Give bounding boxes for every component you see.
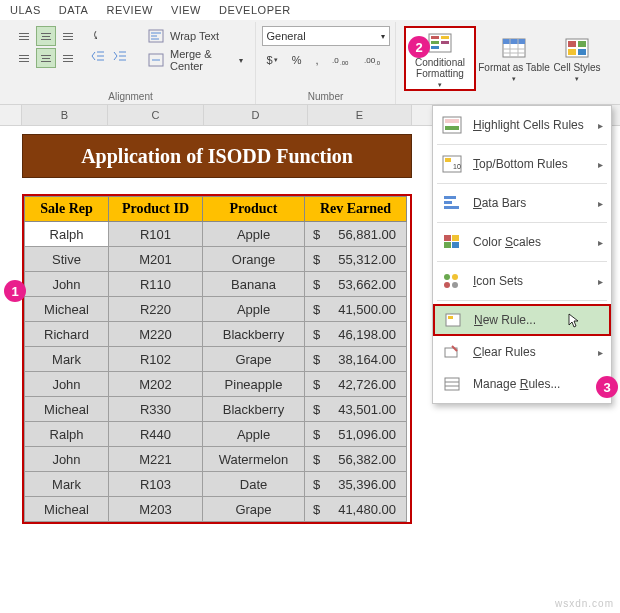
accounting-format-btn[interactable]: $▾ [262,50,283,70]
cell[interactable]: $35,396.00 [305,472,407,497]
table-row[interactable]: JohnR110Banana$53,662.00 [25,272,407,297]
table-row[interactable]: JohnM202Pineapple$42,726.00 [25,372,407,397]
data-table[interactable]: Sale Rep Product ID Product Rev Earned R… [24,196,407,522]
cell[interactable]: Apple [203,422,305,447]
table-row[interactable]: JohnM221Watermelon$56,382.00 [25,447,407,472]
wrap-text-btn[interactable]: Wrap Text [144,26,247,46]
cell[interactable]: Pineapple [203,372,305,397]
cell[interactable]: Ralph [25,222,109,247]
cell[interactable]: Watermelon [203,447,305,472]
cell[interactable]: Mark [25,472,109,497]
cell[interactable]: John [25,372,109,397]
col-header-D[interactable]: D [204,105,308,125]
conditional-formatting-label: Conditional Formatting [406,57,474,79]
cell[interactable]: M203 [109,497,203,522]
cf-manage-rules[interactable]: Manage Rules... [433,368,611,400]
decrease-decimal-btn[interactable]: .00.0 [359,50,387,70]
cell-styles-btn[interactable]: Cell Styles ▾ [552,26,602,91]
table-row[interactable]: RalphR101Apple$56,881.00 [25,222,407,247]
cell[interactable]: R220 [109,297,203,322]
increase-decimal-btn[interactable]: .0.00 [327,50,355,70]
cell[interactable]: Banana [203,272,305,297]
cell[interactable]: R102 [109,347,203,372]
cell[interactable]: Micheal [25,497,109,522]
number-format-dropdown[interactable]: General ▾ [262,26,390,46]
col-header-C[interactable]: C [108,105,204,125]
table-row[interactable]: StiveM201Orange$55,312.00 [25,247,407,272]
cell[interactable]: Micheal [25,397,109,422]
table-row[interactable]: MichealR330Blackberry$43,501.00 [25,397,407,422]
table-row[interactable]: MichealR220Apple$41,500.00 [25,297,407,322]
cell[interactable]: R110 [109,272,203,297]
cell[interactable]: John [25,447,109,472]
cf-highlight-cells[interactable]: Highlight Cells Rules ▸ [433,109,611,141]
cell[interactable]: Stive [25,247,109,272]
cell[interactable]: $46,198.00 [305,322,407,347]
svg-point-37 [444,274,450,280]
cell[interactable]: $41,500.00 [305,297,407,322]
align-center-btn[interactable] [36,48,56,68]
cell[interactable]: $38,164.00 [305,347,407,372]
table-row[interactable]: RalphR440Apple$51,096.00 [25,422,407,447]
cf-clear-rules[interactable]: Clear Rules ▸ [433,336,611,368]
cell[interactable]: $53,662.00 [305,272,407,297]
align-top-btn[interactable] [14,26,34,46]
cell[interactable]: Ralph [25,422,109,447]
tab-data[interactable]: DATA [59,4,89,16]
cell[interactable]: Grape [203,497,305,522]
percent-format-btn[interactable]: % [287,50,307,70]
cell[interactable]: Date [203,472,305,497]
comma-format-btn[interactable]: , [310,50,323,70]
increase-indent-btn[interactable] [110,47,130,65]
cell[interactable]: R101 [109,222,203,247]
cf-new-rule[interactable]: New Rule... [433,304,611,336]
col-header-E[interactable]: E [308,105,412,125]
align-bottom-btn[interactable] [58,26,78,46]
cell[interactable]: Orange [203,247,305,272]
cell[interactable]: $56,881.00 [305,222,407,247]
cf-data-bars[interactable]: Data Bars ▸ [433,187,611,219]
decrease-indent-btn[interactable] [88,47,108,65]
tab-formulas[interactable]: ULAS [10,4,41,16]
align-middle-btn[interactable] [36,26,56,46]
svg-text:.00: .00 [364,56,376,65]
cell[interactable]: R330 [109,397,203,422]
cell[interactable]: R103 [109,472,203,497]
tab-review[interactable]: REVIEW [106,4,152,16]
cell[interactable]: M201 [109,247,203,272]
table-row[interactable]: MarkR103Date$35,396.00 [25,472,407,497]
cell[interactable]: Micheal [25,297,109,322]
cell[interactable]: John [25,272,109,297]
cell[interactable]: Richard [25,322,109,347]
cell[interactable]: $41,480.00 [305,497,407,522]
merge-center-btn[interactable]: Merge & Center ▾ [144,50,247,70]
cell[interactable]: Blackberry [203,322,305,347]
table-row[interactable]: MarkR102Grape$38,164.00 [25,347,407,372]
cell[interactable]: Mark [25,347,109,372]
col-header-B[interactable]: B [22,105,108,125]
cf-top-bottom[interactable]: 10 Top/Bottom Rules ▸ [433,148,611,180]
cell[interactable]: Blackberry [203,397,305,422]
table-row[interactable]: RichardM220Blackberry$46,198.00 [25,322,407,347]
cell[interactable]: Apple [203,297,305,322]
format-as-table-btn[interactable]: Format as Table ▾ [478,26,550,91]
cell[interactable]: M220 [109,322,203,347]
table-row[interactable]: MichealM203Grape$41,480.00 [25,497,407,522]
cell[interactable]: Apple [203,222,305,247]
tab-view[interactable]: VIEW [171,4,201,16]
cell[interactable]: $56,382.00 [305,447,407,472]
cell[interactable]: M202 [109,372,203,397]
cell[interactable]: R440 [109,422,203,447]
cf-color-scales[interactable]: Color Scales ▸ [433,226,611,258]
orientation-btn[interactable]: ⤹ [88,26,108,44]
cell[interactable]: Grape [203,347,305,372]
cell[interactable]: $42,726.00 [305,372,407,397]
tab-developer[interactable]: DEVELOPER [219,4,291,16]
cell[interactable]: $51,096.00 [305,422,407,447]
align-left-btn[interactable] [14,48,34,68]
cf-icon-sets[interactable]: Icon Sets ▸ [433,265,611,297]
cell[interactable]: M221 [109,447,203,472]
cell[interactable]: $55,312.00 [305,247,407,272]
cell[interactable]: $43,501.00 [305,397,407,422]
align-right-btn[interactable] [58,48,78,68]
